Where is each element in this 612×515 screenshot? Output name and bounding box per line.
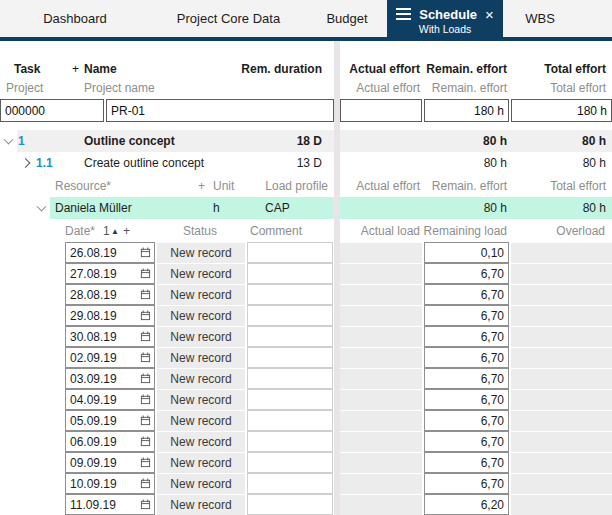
collapse-chevron-icon[interactable] — [4, 135, 14, 145]
remaining-load-cell[interactable]: 0,10 — [424, 242, 509, 263]
status-cell: New record — [157, 473, 245, 494]
overload-cell — [511, 389, 612, 410]
load-row: 11.09.19 New record 6,20 — [0, 494, 612, 515]
load-row: 04.09.19 New record 6,70 — [0, 389, 612, 410]
remaining-load-cell[interactable]: 6,70 — [424, 305, 509, 326]
status-cell: New record — [157, 242, 245, 263]
task-total-effort: 80 h — [583, 156, 606, 170]
project-name-field[interactable]: PR-01 — [106, 99, 334, 122]
tab-schedule[interactable]: Schedule × With Loads — [387, 0, 503, 41]
task-header-row: Task + Name Rem. duration Actual effort … — [0, 60, 612, 78]
remaining-load-cell[interactable]: 6,70 — [424, 431, 509, 452]
calendar-icon[interactable] — [140, 247, 151, 258]
date-cell[interactable]: 11.09.19 — [65, 494, 155, 515]
project-remaining-effort-field[interactable]: 180 h — [424, 99, 509, 122]
actual-load-cell — [340, 305, 422, 326]
date-cell[interactable]: 03.09.19 — [65, 368, 155, 389]
sort-ascending-icon[interactable]: ▲ — [111, 226, 119, 235]
add-load-row-button[interactable]: + — [123, 224, 130, 238]
date-cell[interactable]: 06.09.19 — [65, 431, 155, 452]
tab-label: Schedule — [419, 7, 477, 22]
calendar-icon[interactable] — [140, 478, 151, 489]
menu-icon[interactable] — [396, 8, 411, 20]
date-cell[interactable]: 04.09.19 — [65, 389, 155, 410]
col-project-name: Project name — [84, 81, 155, 95]
date-cell[interactable]: 02.09.19 — [65, 347, 155, 368]
actual-load-cell — [340, 452, 422, 473]
collapse-chevron-icon[interactable] — [37, 202, 47, 212]
close-icon[interactable]: × — [485, 7, 494, 22]
task-remaining-effort: 80 h — [483, 134, 507, 148]
resource-row-selected[interactable]: Daniela Müller h CAP 80 h 80 h — [0, 197, 612, 219]
remaining-load-cell[interactable]: 6,70 — [424, 410, 509, 431]
sort-order-number[interactable]: 1 — [103, 224, 110, 238]
remaining-load-cell[interactable]: 6,70 — [424, 368, 509, 389]
date-cell[interactable]: 10.09.19 — [65, 473, 155, 494]
actual-load-cell — [340, 242, 422, 263]
tab-wbs[interactable]: WBS — [503, 0, 577, 37]
load-row: 27.08.19 New record 6,70 — [0, 263, 612, 284]
comment-cell[interactable] — [247, 284, 333, 305]
comment-cell[interactable] — [247, 473, 333, 494]
date-cell[interactable]: 29.08.19 — [65, 305, 155, 326]
col-remain-effort: Remain. effort — [426, 62, 507, 76]
calendar-icon[interactable] — [140, 310, 151, 321]
add-task-button[interactable]: + — [72, 62, 79, 76]
remaining-load-cell[interactable]: 6,70 — [424, 263, 509, 284]
comment-cell[interactable] — [247, 431, 333, 452]
comment-cell[interactable] — [247, 368, 333, 389]
comment-cell[interactable] — [247, 326, 333, 347]
project-total-effort-field[interactable]: 180 h — [511, 99, 612, 122]
remaining-load-cell[interactable]: 6,70 — [424, 284, 509, 305]
col-task: Task — [14, 62, 40, 76]
status-cell: New record — [157, 452, 245, 473]
remaining-load-cell[interactable]: 6,70 — [424, 347, 509, 368]
calendar-icon[interactable] — [140, 373, 151, 384]
calendar-icon[interactable] — [140, 457, 151, 468]
col-resource: Resource* — [55, 179, 111, 193]
remaining-load-cell[interactable]: 6,70 — [424, 473, 509, 494]
remaining-load-cell[interactable]: 6,70 — [424, 452, 509, 473]
comment-cell[interactable] — [247, 452, 333, 473]
remaining-load-cell[interactable]: 6,20 — [424, 494, 509, 515]
overload-cell — [511, 263, 612, 284]
remaining-load-cell[interactable]: 6,70 — [424, 326, 509, 347]
date-value: 06.09.19 — [70, 435, 117, 449]
calendar-icon[interactable] — [140, 415, 151, 426]
expand-chevron-icon[interactable] — [21, 158, 31, 168]
comment-cell[interactable] — [247, 305, 333, 326]
comment-cell[interactable] — [247, 494, 333, 515]
tab-project-core-data[interactable]: Project Core Data — [150, 0, 307, 37]
row-indent — [0, 473, 65, 494]
date-cell[interactable]: 28.08.19 — [65, 284, 155, 305]
task-name: Create outline concept — [84, 156, 204, 170]
date-cell[interactable]: 27.08.19 — [65, 263, 155, 284]
date-cell[interactable]: 26.08.19 — [65, 242, 155, 263]
date-cell[interactable]: 30.08.19 — [65, 326, 155, 347]
comment-cell[interactable] — [247, 347, 333, 368]
calendar-icon[interactable] — [140, 268, 151, 279]
task-number[interactable]: 1.1 — [36, 156, 53, 170]
date-cell[interactable]: 05.09.19 — [65, 410, 155, 431]
remaining-load-cell[interactable]: 6,70 — [424, 389, 509, 410]
comment-cell[interactable] — [247, 242, 333, 263]
project-actual-effort-field[interactable] — [340, 99, 422, 122]
project-id-field[interactable]: 000000 — [0, 99, 104, 122]
calendar-icon[interactable] — [140, 436, 151, 447]
task-number[interactable]: 1 — [18, 134, 25, 148]
calendar-icon[interactable] — [140, 289, 151, 300]
col-actual-effort: Actual effort — [356, 179, 420, 193]
calendar-icon[interactable] — [140, 499, 151, 510]
comment-cell[interactable] — [247, 263, 333, 284]
calendar-icon[interactable] — [140, 394, 151, 405]
date-cell[interactable]: 09.09.19 — [65, 452, 155, 473]
tab-budget[interactable]: Budget — [307, 0, 387, 37]
calendar-icon[interactable] — [140, 352, 151, 363]
calendar-icon[interactable] — [140, 331, 151, 342]
active-tab-underline — [0, 37, 612, 41]
comment-cell[interactable] — [247, 410, 333, 431]
comment-cell[interactable] — [247, 389, 333, 410]
col-total-effort: Total effort — [550, 179, 606, 193]
add-resource-button[interactable]: + — [198, 179, 205, 193]
tab-dashboard[interactable]: Dashboard — [0, 0, 150, 37]
